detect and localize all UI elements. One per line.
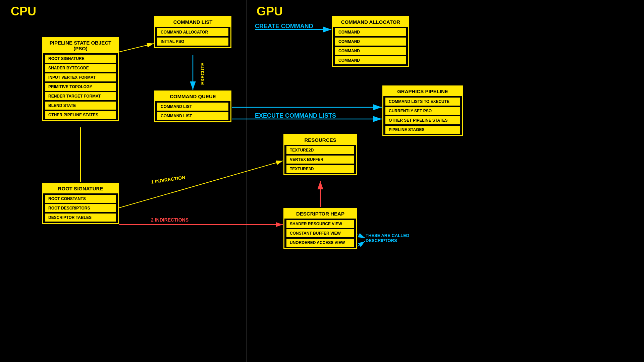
root-sig-item-1: ROOT CONSTANTS: [45, 195, 116, 203]
svg-line-13: [358, 235, 365, 238]
pso-header: PIPELINE STATE OBJECT (PSO): [43, 38, 118, 53]
command-list-item-2: INITIAL PSO: [157, 38, 228, 46]
command-list-header: COMMAND LIST: [155, 17, 230, 27]
root-sig-item-3: DESCRIPTOR TABLES: [45, 214, 116, 222]
res-item-2: VERTEX BUFFER: [286, 156, 354, 164]
pso-item-2: SHADER BYTECODE: [45, 64, 116, 72]
command-queue-box: COMMAND QUEUE COMMAND LIST COMMAND LIST: [154, 90, 231, 122]
pso-box: PIPELINE STATE OBJECT (PSO) ROOT SIGNATU…: [42, 37, 119, 121]
gfx-item-1: COMMAND LISTS TO EXECUTE: [385, 98, 460, 106]
resources-box: RESOURCES TEXTURE2D VERTEX BUFFER TEXTUR…: [283, 134, 357, 175]
root-sig-item-2: ROOT DESCRIPTORS: [45, 204, 116, 212]
cmd-alloc-item-1: COMMAND: [335, 28, 406, 36]
command-allocator-box: COMMAND ALLOCATOR COMMAND COMMAND COMMAN…: [332, 16, 409, 67]
res-item-3: TEXTURE3D: [286, 165, 354, 173]
cmd-alloc-item-4: COMMAND: [335, 56, 406, 64]
gfx-item-3: OTHER SET PIPELINE STATES: [385, 116, 460, 124]
svg-line-10: [119, 161, 283, 208]
root-signature-box: ROOT SIGNATURE ROOT CONSTANTS ROOT DESCR…: [42, 183, 119, 224]
gfx-item-4: PIPELINE STAGES: [385, 126, 460, 134]
cmd-queue-item-1: COMMAND LIST: [157, 103, 228, 111]
desc-heap-item-2: CONSTANT BUFFER VIEW: [286, 229, 354, 237]
resources-header: RESOURCES: [284, 135, 356, 145]
graphics-pipeline-header: GRAPHICS PIPELINE: [383, 86, 462, 96]
command-list-item-1: COMMAND ALLOCATOR: [157, 28, 228, 36]
command-list-box: COMMAND LIST COMMAND ALLOCATOR INITIAL P…: [154, 16, 231, 48]
res-item-1: TEXTURE2D: [286, 146, 354, 154]
descriptor-heap-box: DESCRIPTOR HEAP SHADER RESOURCE VIEW CON…: [283, 208, 357, 249]
pso-item-7: OTHER PIPELINE STATES: [45, 111, 116, 119]
gfx-item-2: CURRENTLY SET PSO: [385, 107, 460, 115]
pso-item-1: ROOT SIGNATURE: [45, 55, 116, 63]
graphics-pipeline-box: GRAPHICS PIPELINE COMMAND LISTS TO EXECU…: [382, 85, 463, 136]
command-allocator-header: COMMAND ALLOCATOR: [333, 17, 408, 27]
descriptors-label: THESE ARE CALLEDDESCRIPTORS: [366, 233, 409, 243]
two-indirections-label: 2 INDIRECTIONS: [151, 217, 189, 223]
descriptor-heap-header: DESCRIPTOR HEAP: [284, 209, 356, 219]
command-queue-header: COMMAND QUEUE: [155, 92, 230, 101]
desc-heap-item-1: SHADER RESOURCE VIEW: [286, 220, 354, 228]
svg-line-6: [119, 44, 154, 52]
cpu-label: CPU: [11, 4, 36, 18]
pso-item-4: PRIMITIVE TOPOLOGY: [45, 83, 116, 91]
svg-line-14: [358, 241, 365, 246]
root-signature-header: ROOT SIGNATURE: [43, 184, 118, 193]
execute-label: EXECUTE: [200, 51, 205, 85]
one-indirection-label: 1 INDIRECTION: [151, 175, 185, 185]
pso-item-3: INPUT VERTEX FORMAT: [45, 73, 116, 81]
pso-item-5: RENDER TARGET FORMAT: [45, 92, 116, 100]
cmd-alloc-item-2: COMMAND: [335, 38, 406, 46]
gpu-label: GPU: [257, 4, 283, 18]
cmd-queue-item-2: COMMAND LIST: [157, 112, 228, 120]
divider: [247, 0, 247, 362]
execute-cmd-lists-label: EXECUTE COMMAND LISTS: [255, 112, 336, 119]
create-command-label: CREATE COMMAND: [255, 23, 313, 30]
pso-item-6: BLEND STATE: [45, 102, 116, 110]
cmd-alloc-item-3: COMMAND: [335, 47, 406, 55]
desc-heap-item-3: UNORDERED ACCESS VIEW: [286, 239, 354, 247]
